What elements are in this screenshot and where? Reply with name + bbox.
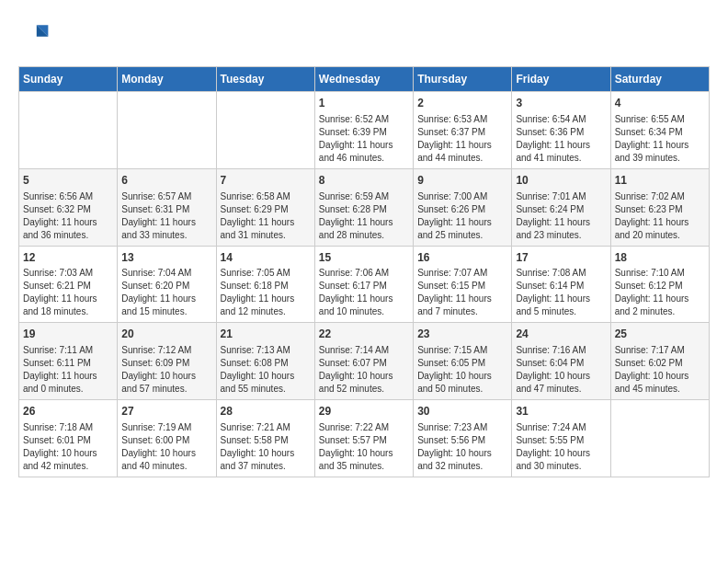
day-info: Sunset: 5:56 PM bbox=[417, 434, 507, 447]
day-number: 26 bbox=[23, 404, 113, 419]
day-cell: 22Sunrise: 7:14 AMSunset: 6:07 PMDayligh… bbox=[314, 323, 413, 400]
day-number: 24 bbox=[516, 327, 606, 342]
day-cell: 8Sunrise: 6:59 AMSunset: 6:28 PMDaylight… bbox=[314, 168, 413, 246]
day-info: Daylight: 11 hours and 10 minutes. bbox=[319, 293, 409, 318]
day-number: 2 bbox=[417, 96, 507, 111]
day-info: Sunset: 6:34 PM bbox=[615, 126, 705, 139]
day-info: Daylight: 11 hours and 46 minutes. bbox=[319, 139, 409, 165]
day-cell: 26Sunrise: 7:18 AMSunset: 6:01 PMDayligh… bbox=[19, 400, 118, 477]
day-number: 13 bbox=[121, 250, 211, 266]
day-info: Sunrise: 7:17 AM bbox=[615, 344, 705, 357]
header-cell-saturday: Saturday bbox=[610, 67, 709, 92]
day-cell: 1Sunrise: 6:52 AMSunset: 6:39 PMDaylight… bbox=[314, 92, 413, 169]
day-info: Sunset: 6:14 PM bbox=[516, 280, 606, 293]
day-info: Sunrise: 7:02 AM bbox=[615, 190, 705, 203]
day-number: 21 bbox=[221, 327, 311, 342]
day-cell bbox=[19, 92, 118, 169]
day-cell: 4Sunrise: 6:55 AMSunset: 6:34 PMDaylight… bbox=[610, 92, 709, 169]
day-info: Daylight: 11 hours and 7 minutes. bbox=[417, 293, 507, 318]
calendar-table: SundayMondayTuesdayWednesdayThursdayFrid… bbox=[18, 66, 710, 477]
day-number: 29 bbox=[319, 404, 409, 419]
day-info: Sunset: 6:00 PM bbox=[121, 434, 211, 447]
day-info: Daylight: 11 hours and 23 minutes. bbox=[516, 216, 606, 242]
day-info: Daylight: 11 hours and 2 minutes. bbox=[615, 293, 705, 318]
day-info: Sunrise: 6:52 AM bbox=[319, 113, 409, 126]
day-info: Daylight: 10 hours and 32 minutes. bbox=[417, 447, 507, 473]
day-info: Daylight: 10 hours and 37 minutes. bbox=[221, 447, 311, 473]
day-info: Sunset: 5:57 PM bbox=[319, 434, 409, 447]
day-number: 12 bbox=[23, 250, 113, 266]
day-cell: 19Sunrise: 7:11 AMSunset: 6:11 PMDayligh… bbox=[19, 323, 118, 400]
day-number: 3 bbox=[516, 96, 606, 111]
day-info: Sunrise: 7:19 AM bbox=[121, 421, 211, 434]
day-info: Sunset: 5:58 PM bbox=[221, 434, 311, 447]
day-info: Sunrise: 7:03 AM bbox=[23, 267, 113, 280]
day-cell: 6Sunrise: 6:57 AMSunset: 6:31 PMDaylight… bbox=[118, 168, 216, 246]
day-info: Daylight: 11 hours and 31 minutes. bbox=[221, 216, 311, 242]
day-cell: 3Sunrise: 6:54 AMSunset: 6:36 PMDaylight… bbox=[512, 92, 610, 169]
day-cell: 21Sunrise: 7:13 AMSunset: 6:08 PMDayligh… bbox=[216, 323, 314, 400]
day-info: Sunrise: 7:24 AM bbox=[516, 421, 606, 434]
day-number: 4 bbox=[615, 96, 705, 111]
day-number: 19 bbox=[23, 327, 113, 342]
day-info: Sunset: 6:18 PM bbox=[221, 280, 311, 293]
day-info: Sunrise: 7:22 AM bbox=[319, 421, 409, 434]
day-info: Daylight: 11 hours and 12 minutes. bbox=[221, 293, 311, 318]
day-cell: 27Sunrise: 7:19 AMSunset: 6:00 PMDayligh… bbox=[118, 400, 216, 477]
week-row-3: 12Sunrise: 7:03 AMSunset: 6:21 PMDayligh… bbox=[19, 246, 710, 323]
day-number: 9 bbox=[417, 173, 507, 189]
day-info: Sunrise: 6:56 AM bbox=[23, 190, 113, 203]
day-cell bbox=[118, 92, 216, 169]
day-number: 27 bbox=[121, 404, 211, 419]
day-info: Daylight: 11 hours and 33 minutes. bbox=[121, 216, 211, 242]
day-number: 7 bbox=[221, 173, 311, 189]
day-number: 6 bbox=[121, 173, 211, 189]
day-info: Sunrise: 7:11 AM bbox=[23, 344, 113, 357]
day-info: Daylight: 11 hours and 39 minutes. bbox=[615, 139, 705, 165]
day-info: Sunrise: 7:16 AM bbox=[516, 344, 606, 357]
day-info: Sunrise: 7:06 AM bbox=[319, 267, 409, 280]
day-info: Sunset: 6:26 PM bbox=[417, 203, 507, 216]
day-info: Sunset: 6:21 PM bbox=[23, 280, 113, 293]
day-info: Sunset: 6:24 PM bbox=[516, 203, 606, 216]
day-info: Daylight: 11 hours and 41 minutes. bbox=[516, 139, 606, 165]
day-cell: 31Sunrise: 7:24 AMSunset: 5:55 PMDayligh… bbox=[512, 400, 610, 477]
day-info: Daylight: 11 hours and 28 minutes. bbox=[319, 216, 409, 242]
day-cell: 2Sunrise: 6:53 AMSunset: 6:37 PMDaylight… bbox=[414, 92, 512, 169]
week-row-2: 5Sunrise: 6:56 AMSunset: 6:32 PMDaylight… bbox=[19, 168, 710, 246]
day-number: 10 bbox=[516, 173, 606, 189]
day-info: Sunrise: 6:54 AM bbox=[516, 113, 606, 126]
day-info: Daylight: 10 hours and 52 minutes. bbox=[319, 370, 409, 396]
day-cell: 9Sunrise: 7:00 AMSunset: 6:26 PMDaylight… bbox=[414, 168, 512, 246]
day-number: 11 bbox=[615, 173, 705, 189]
day-cell bbox=[216, 92, 314, 169]
day-cell: 23Sunrise: 7:15 AMSunset: 6:05 PMDayligh… bbox=[414, 323, 512, 400]
day-info: Sunset: 6:15 PM bbox=[417, 280, 507, 293]
day-info: Sunrise: 6:55 AM bbox=[615, 113, 705, 126]
day-info: Sunset: 6:02 PM bbox=[615, 357, 705, 370]
day-info: Sunrise: 7:13 AM bbox=[221, 344, 311, 357]
day-info: Daylight: 11 hours and 5 minutes. bbox=[516, 293, 606, 318]
day-cell: 20Sunrise: 7:12 AMSunset: 6:09 PMDayligh… bbox=[118, 323, 216, 400]
day-info: Sunrise: 7:14 AM bbox=[319, 344, 409, 357]
day-info: Sunrise: 7:08 AM bbox=[516, 267, 606, 280]
day-info: Sunrise: 7:07 AM bbox=[417, 267, 507, 280]
header-cell-wednesday: Wednesday bbox=[314, 67, 413, 92]
day-cell bbox=[610, 400, 709, 477]
header-row: SundayMondayTuesdayWednesdayThursdayFrid… bbox=[19, 67, 710, 92]
day-info: Sunset: 6:01 PM bbox=[23, 434, 113, 447]
day-info: Daylight: 11 hours and 18 minutes. bbox=[23, 293, 113, 318]
day-info: Daylight: 11 hours and 36 minutes. bbox=[23, 216, 113, 242]
day-cell: 7Sunrise: 6:58 AMSunset: 6:29 PMDaylight… bbox=[216, 168, 314, 246]
day-info: Daylight: 10 hours and 47 minutes. bbox=[516, 370, 606, 396]
day-info: Daylight: 11 hours and 20 minutes. bbox=[615, 216, 705, 242]
day-info: Sunrise: 6:58 AM bbox=[221, 190, 311, 203]
header-cell-friday: Friday bbox=[512, 67, 610, 92]
day-cell: 28Sunrise: 7:21 AMSunset: 5:58 PMDayligh… bbox=[216, 400, 314, 477]
header-cell-monday: Monday bbox=[118, 67, 216, 92]
day-number: 8 bbox=[319, 173, 409, 189]
day-number: 17 bbox=[516, 250, 606, 266]
day-cell: 24Sunrise: 7:16 AMSunset: 6:04 PMDayligh… bbox=[512, 323, 610, 400]
day-cell: 5Sunrise: 6:56 AMSunset: 6:32 PMDaylight… bbox=[19, 168, 118, 246]
day-info: Sunrise: 7:01 AM bbox=[516, 190, 606, 203]
